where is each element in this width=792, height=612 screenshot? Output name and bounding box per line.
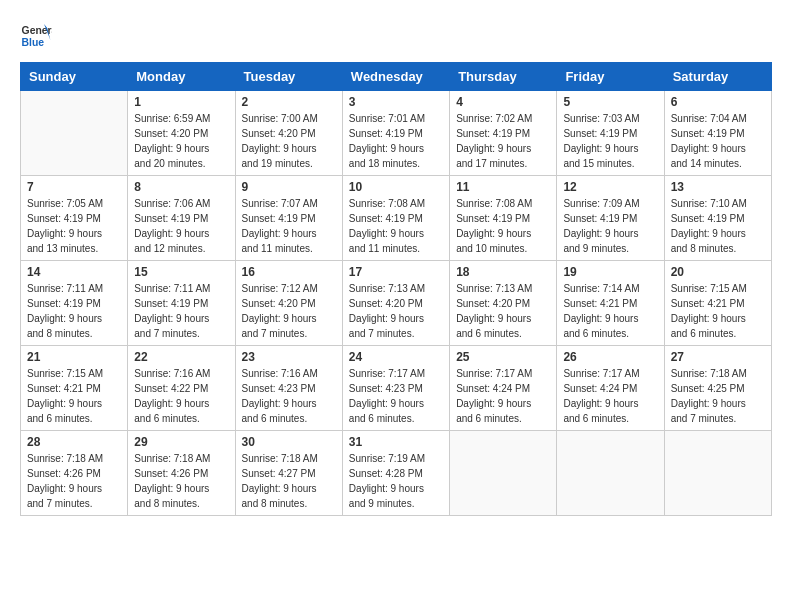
day-info: Sunrise: 7:08 AM Sunset: 4:19 PM Dayligh…	[456, 196, 550, 256]
day-info: Sunrise: 7:17 AM Sunset: 4:24 PM Dayligh…	[456, 366, 550, 426]
day-number: 16	[242, 265, 336, 279]
day-number: 3	[349, 95, 443, 109]
calendar-day: 6Sunrise: 7:04 AM Sunset: 4:19 PM Daylig…	[664, 91, 771, 176]
day-number: 25	[456, 350, 550, 364]
day-info: Sunrise: 7:17 AM Sunset: 4:24 PM Dayligh…	[563, 366, 657, 426]
calendar-day: 23Sunrise: 7:16 AM Sunset: 4:23 PM Dayli…	[235, 346, 342, 431]
day-number: 24	[349, 350, 443, 364]
day-header-wednesday: Wednesday	[342, 63, 449, 91]
logo: General Blue	[20, 20, 52, 52]
day-header-friday: Friday	[557, 63, 664, 91]
calendar-day: 27Sunrise: 7:18 AM Sunset: 4:25 PM Dayli…	[664, 346, 771, 431]
day-info: Sunrise: 7:02 AM Sunset: 4:19 PM Dayligh…	[456, 111, 550, 171]
calendar-day: 5Sunrise: 7:03 AM Sunset: 4:19 PM Daylig…	[557, 91, 664, 176]
day-info: Sunrise: 7:16 AM Sunset: 4:23 PM Dayligh…	[242, 366, 336, 426]
day-number: 11	[456, 180, 550, 194]
day-number: 20	[671, 265, 765, 279]
day-info: Sunrise: 7:07 AM Sunset: 4:19 PM Dayligh…	[242, 196, 336, 256]
day-info: Sunrise: 7:19 AM Sunset: 4:28 PM Dayligh…	[349, 451, 443, 511]
calendar-day: 13Sunrise: 7:10 AM Sunset: 4:19 PM Dayli…	[664, 176, 771, 261]
day-number: 2	[242, 95, 336, 109]
day-number: 27	[671, 350, 765, 364]
day-info: Sunrise: 7:05 AM Sunset: 4:19 PM Dayligh…	[27, 196, 121, 256]
calendar-table: SundayMondayTuesdayWednesdayThursdayFrid…	[20, 62, 772, 516]
day-number: 10	[349, 180, 443, 194]
day-number: 17	[349, 265, 443, 279]
day-info: Sunrise: 7:11 AM Sunset: 4:19 PM Dayligh…	[134, 281, 228, 341]
day-info: Sunrise: 7:10 AM Sunset: 4:19 PM Dayligh…	[671, 196, 765, 256]
day-number: 26	[563, 350, 657, 364]
calendar-day: 28Sunrise: 7:18 AM Sunset: 4:26 PM Dayli…	[21, 431, 128, 516]
calendar-day: 15Sunrise: 7:11 AM Sunset: 4:19 PM Dayli…	[128, 261, 235, 346]
calendar-day	[557, 431, 664, 516]
calendar-day: 17Sunrise: 7:13 AM Sunset: 4:20 PM Dayli…	[342, 261, 449, 346]
day-number: 30	[242, 435, 336, 449]
calendar-day: 1Sunrise: 6:59 AM Sunset: 4:20 PM Daylig…	[128, 91, 235, 176]
day-info: Sunrise: 7:01 AM Sunset: 4:19 PM Dayligh…	[349, 111, 443, 171]
day-header-monday: Monday	[128, 63, 235, 91]
day-info: Sunrise: 7:18 AM Sunset: 4:26 PM Dayligh…	[27, 451, 121, 511]
svg-text:Blue: Blue	[22, 37, 45, 48]
logo-icon: General Blue	[20, 20, 52, 52]
day-info: Sunrise: 7:13 AM Sunset: 4:20 PM Dayligh…	[349, 281, 443, 341]
day-info: Sunrise: 7:08 AM Sunset: 4:19 PM Dayligh…	[349, 196, 443, 256]
calendar-day: 2Sunrise: 7:00 AM Sunset: 4:20 PM Daylig…	[235, 91, 342, 176]
day-info: Sunrise: 7:15 AM Sunset: 4:21 PM Dayligh…	[671, 281, 765, 341]
calendar-day: 31Sunrise: 7:19 AM Sunset: 4:28 PM Dayli…	[342, 431, 449, 516]
calendar-header-row: SundayMondayTuesdayWednesdayThursdayFrid…	[21, 63, 772, 91]
day-info: Sunrise: 7:18 AM Sunset: 4:25 PM Dayligh…	[671, 366, 765, 426]
calendar-day: 29Sunrise: 7:18 AM Sunset: 4:26 PM Dayli…	[128, 431, 235, 516]
day-header-thursday: Thursday	[450, 63, 557, 91]
calendar-day: 30Sunrise: 7:18 AM Sunset: 4:27 PM Dayli…	[235, 431, 342, 516]
calendar-day: 4Sunrise: 7:02 AM Sunset: 4:19 PM Daylig…	[450, 91, 557, 176]
day-number: 5	[563, 95, 657, 109]
day-info: Sunrise: 7:14 AM Sunset: 4:21 PM Dayligh…	[563, 281, 657, 341]
day-info: Sunrise: 7:13 AM Sunset: 4:20 PM Dayligh…	[456, 281, 550, 341]
day-number: 28	[27, 435, 121, 449]
calendar-week-4: 21Sunrise: 7:15 AM Sunset: 4:21 PM Dayli…	[21, 346, 772, 431]
day-info: Sunrise: 7:03 AM Sunset: 4:19 PM Dayligh…	[563, 111, 657, 171]
day-header-saturday: Saturday	[664, 63, 771, 91]
day-number: 13	[671, 180, 765, 194]
day-info: Sunrise: 6:59 AM Sunset: 4:20 PM Dayligh…	[134, 111, 228, 171]
calendar-day: 3Sunrise: 7:01 AM Sunset: 4:19 PM Daylig…	[342, 91, 449, 176]
calendar-day: 9Sunrise: 7:07 AM Sunset: 4:19 PM Daylig…	[235, 176, 342, 261]
day-header-tuesday: Tuesday	[235, 63, 342, 91]
day-info: Sunrise: 7:17 AM Sunset: 4:23 PM Dayligh…	[349, 366, 443, 426]
day-info: Sunrise: 7:11 AM Sunset: 4:19 PM Dayligh…	[27, 281, 121, 341]
calendar-day: 22Sunrise: 7:16 AM Sunset: 4:22 PM Dayli…	[128, 346, 235, 431]
calendar-day: 21Sunrise: 7:15 AM Sunset: 4:21 PM Dayli…	[21, 346, 128, 431]
day-number: 31	[349, 435, 443, 449]
calendar-week-5: 28Sunrise: 7:18 AM Sunset: 4:26 PM Dayli…	[21, 431, 772, 516]
day-number: 1	[134, 95, 228, 109]
day-number: 7	[27, 180, 121, 194]
day-number: 9	[242, 180, 336, 194]
day-number: 22	[134, 350, 228, 364]
calendar-week-3: 14Sunrise: 7:11 AM Sunset: 4:19 PM Dayli…	[21, 261, 772, 346]
calendar-day: 20Sunrise: 7:15 AM Sunset: 4:21 PM Dayli…	[664, 261, 771, 346]
day-number: 6	[671, 95, 765, 109]
day-info: Sunrise: 7:18 AM Sunset: 4:26 PM Dayligh…	[134, 451, 228, 511]
day-number: 23	[242, 350, 336, 364]
day-number: 21	[27, 350, 121, 364]
day-header-sunday: Sunday	[21, 63, 128, 91]
day-number: 18	[456, 265, 550, 279]
calendar-day: 24Sunrise: 7:17 AM Sunset: 4:23 PM Dayli…	[342, 346, 449, 431]
calendar-day: 8Sunrise: 7:06 AM Sunset: 4:19 PM Daylig…	[128, 176, 235, 261]
calendar-day	[21, 91, 128, 176]
day-number: 29	[134, 435, 228, 449]
calendar-day: 18Sunrise: 7:13 AM Sunset: 4:20 PM Dayli…	[450, 261, 557, 346]
day-number: 12	[563, 180, 657, 194]
calendar-day: 11Sunrise: 7:08 AM Sunset: 4:19 PM Dayli…	[450, 176, 557, 261]
calendar-day: 26Sunrise: 7:17 AM Sunset: 4:24 PM Dayli…	[557, 346, 664, 431]
day-number: 14	[27, 265, 121, 279]
calendar-day	[450, 431, 557, 516]
day-info: Sunrise: 7:12 AM Sunset: 4:20 PM Dayligh…	[242, 281, 336, 341]
page-header: General Blue	[20, 20, 772, 52]
day-info: Sunrise: 7:09 AM Sunset: 4:19 PM Dayligh…	[563, 196, 657, 256]
day-info: Sunrise: 7:15 AM Sunset: 4:21 PM Dayligh…	[27, 366, 121, 426]
calendar-day: 10Sunrise: 7:08 AM Sunset: 4:19 PM Dayli…	[342, 176, 449, 261]
calendar-day: 25Sunrise: 7:17 AM Sunset: 4:24 PM Dayli…	[450, 346, 557, 431]
calendar-week-2: 7Sunrise: 7:05 AM Sunset: 4:19 PM Daylig…	[21, 176, 772, 261]
day-number: 8	[134, 180, 228, 194]
